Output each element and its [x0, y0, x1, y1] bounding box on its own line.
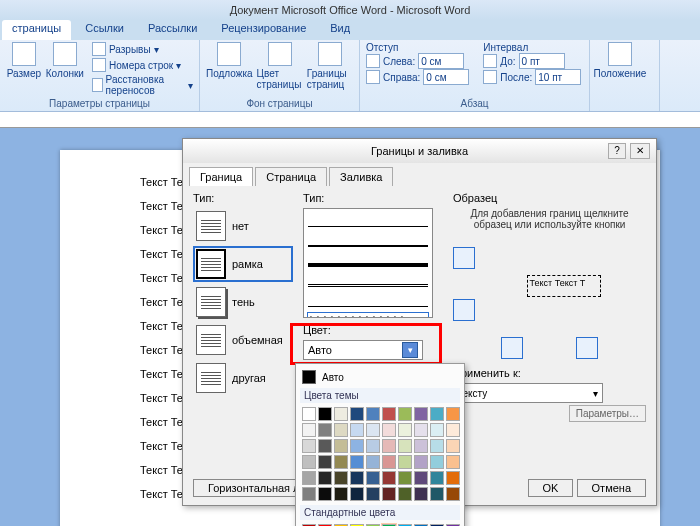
columns-button[interactable]: Колонки: [46, 42, 84, 96]
color-swatch[interactable]: [414, 423, 428, 437]
color-swatch[interactable]: [302, 423, 316, 437]
color-swatch[interactable]: [382, 407, 396, 421]
color-swatch[interactable]: [366, 455, 380, 469]
color-swatch[interactable]: [350, 487, 364, 501]
after-input[interactable]: 10 пт: [535, 69, 581, 85]
palette-standard-header: Стандартные цвета: [300, 505, 460, 520]
color-swatch[interactable]: [366, 471, 380, 485]
color-swatch[interactable]: [350, 455, 364, 469]
color-swatch[interactable]: [382, 423, 396, 437]
preset-shadow[interactable]: тень: [193, 284, 293, 320]
ribbon-tab-1[interactable]: Ссылки: [75, 20, 134, 40]
preset-none[interactable]: нет: [193, 208, 293, 244]
dialog-tab-border[interactable]: Граница: [189, 167, 253, 186]
dialog-tab-shading[interactable]: Заливка: [329, 167, 393, 186]
color-dropdown[interactable]: Авто ▾: [303, 340, 423, 360]
palette-auto[interactable]: Авто: [300, 368, 460, 386]
color-swatch[interactable]: [382, 455, 396, 469]
color-swatch[interactable]: [382, 471, 396, 485]
color-swatch[interactable]: [318, 487, 332, 501]
color-swatch[interactable]: [366, 423, 380, 437]
color-swatch[interactable]: [366, 439, 380, 453]
color-swatch[interactable]: [318, 423, 332, 437]
color-swatch[interactable]: [430, 439, 444, 453]
color-swatch[interactable]: [334, 455, 348, 469]
color-swatch[interactable]: [446, 407, 460, 421]
color-swatch[interactable]: [318, 471, 332, 485]
color-swatch[interactable]: [302, 407, 316, 421]
color-swatch[interactable]: [446, 455, 460, 469]
color-swatch[interactable]: [398, 455, 412, 469]
size-button[interactable]: Размер: [6, 42, 42, 96]
horizontal-ruler[interactable]: [0, 112, 700, 128]
color-swatch[interactable]: [302, 487, 316, 501]
color-swatch[interactable]: [414, 439, 428, 453]
color-swatch[interactable]: [446, 487, 460, 501]
color-swatch[interactable]: [414, 455, 428, 469]
color-swatch[interactable]: [318, 407, 332, 421]
breaks-button[interactable]: Разрывы▾: [92, 42, 193, 56]
dialog-tab-page[interactable]: Страница: [255, 167, 327, 186]
border-bottom-button[interactable]: [453, 299, 475, 321]
dialog-help-button[interactable]: ?: [608, 143, 626, 159]
color-swatch[interactable]: [430, 423, 444, 437]
page-borders-button[interactable]: Границы страниц: [307, 42, 353, 90]
color-swatch[interactable]: [414, 487, 428, 501]
color-swatch[interactable]: [302, 471, 316, 485]
color-swatch[interactable]: [350, 471, 364, 485]
ribbon-tab-4[interactable]: Вид: [320, 20, 360, 40]
color-swatch[interactable]: [398, 487, 412, 501]
style-listbox[interactable]: [303, 208, 433, 318]
ribbon-tab-2[interactable]: Рассылки: [138, 20, 207, 40]
color-swatch[interactable]: [430, 407, 444, 421]
border-left-button[interactable]: [501, 337, 523, 359]
color-swatch[interactable]: [414, 407, 428, 421]
position-button[interactable]: Положение: [596, 42, 644, 79]
color-swatch[interactable]: [302, 439, 316, 453]
color-swatch[interactable]: [302, 455, 316, 469]
preset-3d[interactable]: объемная: [193, 322, 293, 358]
color-swatch[interactable]: [318, 455, 332, 469]
color-swatch[interactable]: [398, 471, 412, 485]
color-swatch[interactable]: [318, 439, 332, 453]
watermark-button[interactable]: Подложка: [206, 42, 253, 90]
color-swatch[interactable]: [350, 439, 364, 453]
apply-dropdown[interactable]: тексту▾: [453, 383, 603, 403]
color-swatch[interactable]: [334, 439, 348, 453]
indent-right-input[interactable]: 0 см: [423, 69, 469, 85]
color-swatch[interactable]: [446, 471, 460, 485]
indent-left-input[interactable]: 0 см: [418, 53, 464, 69]
color-swatch[interactable]: [350, 423, 364, 437]
color-swatch[interactable]: [446, 423, 460, 437]
preset-custom[interactable]: другая: [193, 360, 293, 396]
before-input[interactable]: 0 пт: [519, 53, 565, 69]
color-swatch[interactable]: [334, 471, 348, 485]
cancel-button[interactable]: Отмена: [577, 479, 646, 497]
color-swatch[interactable]: [334, 487, 348, 501]
color-swatch[interactable]: [414, 471, 428, 485]
dialog-close-button[interactable]: ✕: [630, 143, 650, 159]
color-swatch[interactable]: [366, 487, 380, 501]
color-swatch[interactable]: [334, 407, 348, 421]
color-swatch[interactable]: [334, 423, 348, 437]
ok-button[interactable]: OK: [528, 479, 574, 497]
color-swatch[interactable]: [430, 471, 444, 485]
color-swatch[interactable]: [430, 455, 444, 469]
line-numbers-button[interactable]: Номера строк▾: [92, 58, 193, 72]
color-swatch[interactable]: [382, 439, 396, 453]
ribbon-tab-3[interactable]: Рецензирование: [211, 20, 316, 40]
color-swatch[interactable]: [382, 487, 396, 501]
color-swatch[interactable]: [430, 487, 444, 501]
preset-box[interactable]: рамка: [193, 246, 293, 282]
border-top-button[interactable]: [453, 247, 475, 269]
color-swatch[interactable]: [446, 439, 460, 453]
color-swatch[interactable]: [366, 407, 380, 421]
page-color-button[interactable]: Цвет страницы: [257, 42, 303, 90]
color-swatch[interactable]: [398, 423, 412, 437]
color-swatch[interactable]: [350, 407, 364, 421]
color-swatch[interactable]: [398, 407, 412, 421]
color-swatch[interactable]: [398, 439, 412, 453]
border-right-button[interactable]: [576, 337, 598, 359]
hyphenation-button[interactable]: Расстановка переносов▾: [92, 74, 193, 96]
ribbon-tab-0[interactable]: страницы: [2, 20, 71, 40]
